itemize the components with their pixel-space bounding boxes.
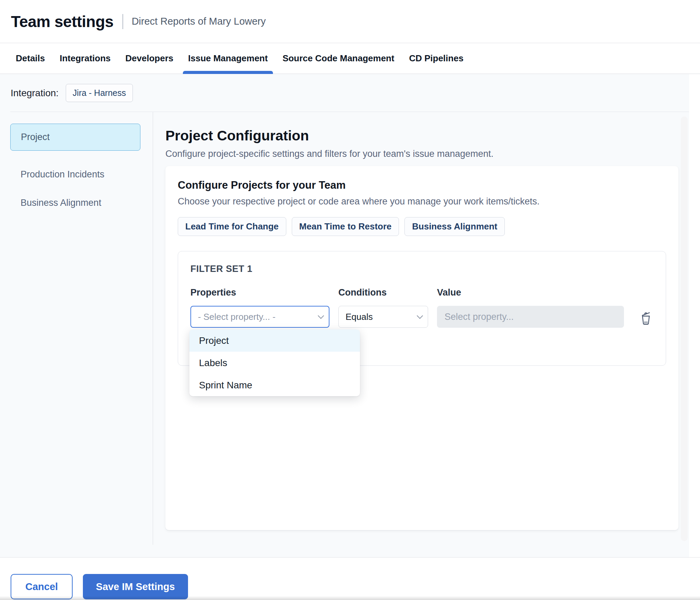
tab-issue-management[interactable]: Issue Management [183,43,273,74]
section-sidebar: Project Production Incidents Business Al… [0,112,153,545]
filter-set-title: FILTER SET 1 [190,264,653,274]
property-dropdown-menu: Project Labels Sprint Name [189,329,360,396]
card-description: Choose your respective project or code a… [178,196,666,207]
dropdown-option-project[interactable]: Project [189,329,360,352]
value-input[interactable] [437,306,624,328]
integration-row: Integration: Jira - Harness [0,74,689,112]
vertical-scrollbar[interactable] [681,116,688,541]
tab-cd-pipelines[interactable]: CD Pipelines [404,43,468,74]
section-description: Configure project-specific settings and … [165,149,689,159]
sidebar-item-production-incidents[interactable]: Production Incidents [10,160,140,189]
chip-business-alignment[interactable]: Business Alignment [404,217,505,236]
condition-select-value: Equals [346,312,373,322]
card-title: Configure Projects for your Team [178,179,666,191]
page-subtitle: Direct Reports of Mary Lowery [132,16,266,27]
column-label-value: Value [437,287,624,298]
tab-content-panel: Integration: Jira - Harness Project Prod… [0,74,689,557]
tab-source-code-management[interactable]: Source Code Management [277,43,400,74]
property-select[interactable]: - Select property... - [190,306,329,328]
project-configuration-section: Project Configuration Configure project-… [153,112,689,545]
page-header: Team settings Direct Reports of Mary Low… [0,0,700,43]
trash-icon [640,321,652,326]
integration-chip[interactable]: Jira - Harness [66,84,133,102]
tab-developers[interactable]: Developers [120,43,178,74]
title-divider [122,14,123,29]
dropdown-option-sprint-name[interactable]: Sprint Name [189,374,360,396]
footer-action-bar: Cancel Save IM Settings [0,557,700,600]
column-label-conditions: Conditions [338,287,428,298]
save-im-settings-button[interactable]: Save IM Settings [83,574,188,599]
delete-filter-button[interactable] [638,309,653,328]
condition-select[interactable]: Equals [338,306,428,328]
settings-tabbar: Details Integrations Developers Issue Ma… [0,43,700,74]
property-select-placeholder: - Select property... - [198,312,275,322]
chevron-down-icon [417,312,423,318]
chip-lead-time-for-change[interactable]: Lead Time for Change [178,217,286,236]
tab-integrations[interactable]: Integrations [54,43,116,74]
tab-details[interactable]: Details [11,43,50,74]
cancel-button[interactable]: Cancel [11,574,73,599]
sidebar-item-business-alignment[interactable]: Business Alignment [10,189,140,217]
section-heading: Project Configuration [165,128,689,144]
filter-set-1: FILTER SET 1 Properties Conditions Value… [178,251,666,366]
integration-label: Integration: [11,88,59,99]
column-label-properties: Properties [190,287,329,298]
sidebar-item-project[interactable]: Project [10,124,140,151]
metric-chip-row: Lead Time for Change Mean Time to Restor… [178,217,666,236]
page-title: Team settings [11,12,113,31]
configure-projects-card: Configure Projects for your Team Choose … [165,166,678,530]
chevron-down-icon [318,312,324,318]
dropdown-option-labels[interactable]: Labels [189,352,360,374]
chip-mean-time-to-restore[interactable]: Mean Time to Restore [292,217,399,236]
